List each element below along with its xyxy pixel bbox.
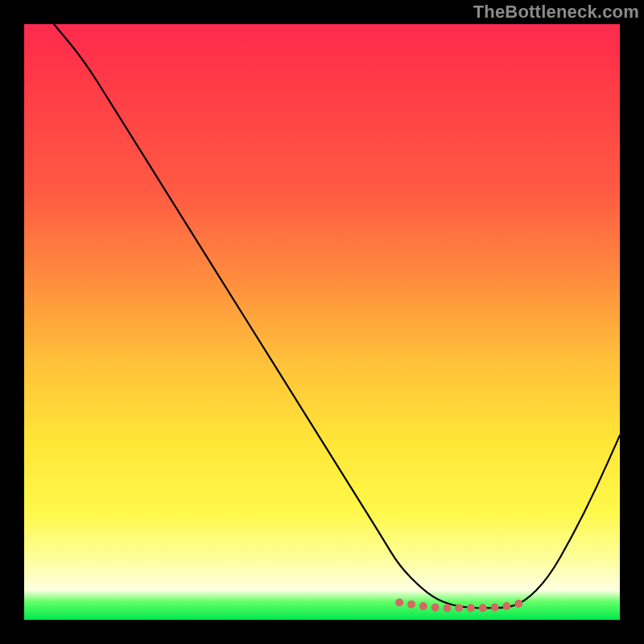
optimal-dot [514,600,522,608]
optimal-dot [467,604,475,612]
watermark-text: TheBottleneck.com [473,2,639,23]
optimal-dot [479,604,487,612]
optimal-dot [419,602,427,610]
optimal-dot [443,604,451,612]
optimal-dot [395,599,403,607]
optimal-dot [407,601,415,609]
optimal-dot [431,604,440,612]
optimal-dot [491,604,499,612]
optimal-range-dots [395,599,522,613]
plot-area [24,24,620,620]
optimal-dot [455,604,463,612]
curve-svg [24,24,620,620]
chart-container: TheBottleneck.com [0,0,644,644]
bottleneck-curve-line [54,24,620,608]
optimal-dot [502,602,510,610]
